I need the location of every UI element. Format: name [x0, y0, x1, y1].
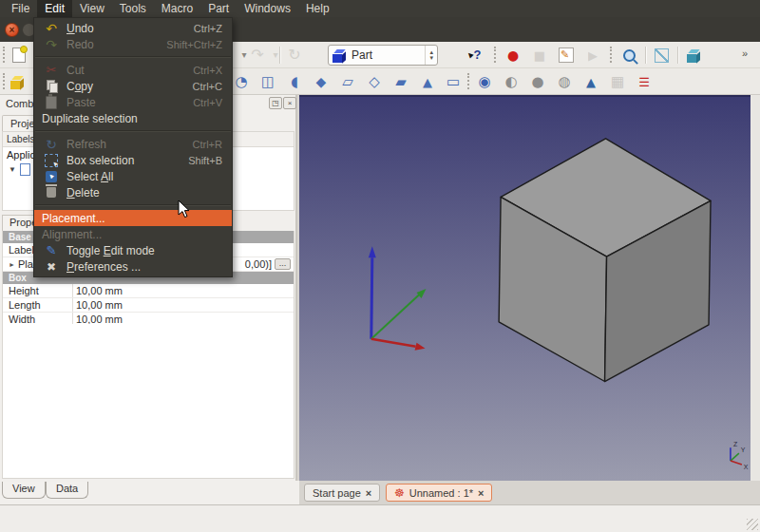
- boolean-intersection-button[interactable]: ◍: [555, 68, 574, 95]
- toolbar-grip[interactable]: [610, 47, 616, 63]
- menu-item-label: Alignment...: [42, 228, 102, 241]
- workbench-selector-value: Part: [352, 48, 372, 62]
- tab-close-icon[interactable]: ×: [478, 487, 484, 499]
- menu-item-redo: ↷RedoShift+Ctrl+Z: [34, 36, 232, 52]
- statusbar: 30.29 x 25.84 mm: [0, 504, 760, 532]
- loft-button[interactable]: ◇: [365, 68, 384, 95]
- menu-item-label: Select All: [66, 170, 113, 183]
- sweep-button[interactable]: ▰: [391, 68, 410, 95]
- boolean-union-button[interactable]: ●: [528, 68, 547, 95]
- macro-edit-button[interactable]: [557, 42, 576, 68]
- expander-icon[interactable]: ►: [9, 258, 15, 271]
- menu-item-preferences[interactable]: ✖Preferences ...: [34, 258, 232, 275]
- property-value[interactable]: 10,00 mm: [73, 284, 294, 297]
- cross-sections-icon: ☰: [638, 76, 650, 88]
- box-solid[interactable]: [499, 139, 711, 382]
- origin-axis-indicator: [369, 246, 427, 350]
- tab-view[interactable]: View: [2, 482, 46, 499]
- fit-all-button[interactable]: [619, 42, 638, 68]
- menu-item-undo[interactable]: ↶UndoCtrl+Z: [34, 20, 232, 36]
- cross-sections-button[interactable]: ☰: [635, 68, 654, 95]
- chamfer-button[interactable]: ◆: [312, 68, 331, 95]
- new-document-button[interactable]: [10, 42, 28, 68]
- macro-record-button[interactable]: ●: [504, 42, 522, 68]
- axonometric-button[interactable]: [684, 42, 703, 68]
- menu-icon-slot: [42, 96, 61, 109]
- edit-mode-icon: ✎: [47, 244, 57, 256]
- menubar-item-part[interactable]: Part: [200, 0, 237, 17]
- fillet-button[interactable]: ◖: [285, 68, 304, 95]
- workbench-selector[interactable]: Part ▴▾: [328, 45, 438, 66]
- menu-item-cut: ✂CutCtrl+X: [34, 62, 232, 78]
- menu-item-toggle-edit-mode[interactable]: ✎Toggle Edit mode: [34, 242, 232, 258]
- macro-edit-icon: [559, 48, 574, 63]
- draw-style-button[interactable]: [652, 42, 671, 68]
- boolean-union-icon: ●: [531, 75, 543, 89]
- menubar-item-file[interactable]: File: [4, 0, 37, 17]
- menu-item-shortcut: Ctrl+R: [193, 139, 222, 150]
- panel-close-button[interactable]: ×: [283, 97, 296, 109]
- offset-icon: ▲: [423, 76, 432, 88]
- mirror-button[interactable]: ◫: [258, 68, 277, 95]
- toolbar-separator: [645, 47, 647, 64]
- tree-expander-icon[interactable]: ▼: [9, 165, 16, 174]
- workbench-selector-spinner[interactable]: ▴▾: [425, 46, 433, 65]
- toolbar-grip[interactable]: [467, 73, 473, 89]
- fillet-icon: ◖: [291, 75, 298, 89]
- ruled-surface-button[interactable]: ▱: [338, 68, 357, 95]
- menu-separator: [35, 56, 231, 58]
- menu-icon-slot: [42, 154, 61, 167]
- macro-stop-icon: ■: [534, 49, 545, 62]
- svg-text:Z: Z: [733, 441, 738, 447]
- menubar-item-help[interactable]: Help: [298, 0, 337, 17]
- property-name: Height: [3, 284, 73, 297]
- menu-separator: [35, 130, 231, 132]
- window-close-button[interactable]: ×: [5, 23, 19, 37]
- freecad-window: FileEditViewToolsMacroPartWindowsHelp × …: [0, 0, 760, 532]
- tab-close-icon[interactable]: ×: [366, 487, 371, 499]
- menu-item-delete[interactable]: Delete: [34, 184, 232, 200]
- boolean-cut-button[interactable]: ◐: [502, 68, 521, 95]
- menubar-item-view[interactable]: View: [72, 0, 112, 17]
- menu-item-shortcut: Ctrl+X: [193, 65, 222, 76]
- viewport-3d[interactable]: Z Y X: [299, 95, 750, 481]
- tab-data[interactable]: Data: [46, 482, 88, 499]
- property-row-height: Height10,00 mm: [3, 284, 294, 298]
- toolbar-grip[interactable]: [3, 47, 9, 63]
- menubar-item-windows[interactable]: Windows: [237, 0, 298, 17]
- menu-icon-slot: ✂: [42, 64, 61, 76]
- document-tab-start-page[interactable]: Start page×: [304, 484, 380, 502]
- check-geometry-button[interactable]: ▲: [581, 68, 600, 95]
- box-primitive-button[interactable]: [8, 68, 27, 95]
- mini-axis-indicator: Z Y X: [731, 441, 749, 470]
- thickness-button[interactable]: ▭: [444, 68, 463, 95]
- revolve-button[interactable]: ◔: [232, 68, 251, 95]
- menu-item-duplicate-selection[interactable]: Duplicate selection: [34, 110, 232, 126]
- macro-stop-button: ■: [530, 42, 549, 68]
- boolean-button[interactable]: ◉: [475, 68, 494, 95]
- menu-item-box-selection[interactable]: Box selectionShift+B: [34, 152, 232, 168]
- macro-play-icon: ▶: [588, 49, 598, 62]
- toolbar-grip[interactable]: [494, 47, 500, 63]
- menu-item-copy[interactable]: CopyCtrl+C: [34, 78, 232, 94]
- svg-text:Y: Y: [741, 446, 746, 453]
- resize-grip[interactable]: [747, 519, 758, 530]
- property-value[interactable]: 10,00 mm: [73, 298, 294, 312]
- redo-toolbar-icon: ↷: [251, 48, 263, 63]
- placement-edit-button[interactable]: ...: [275, 258, 291, 270]
- menu-item-select-all[interactable]: Select All: [34, 168, 232, 184]
- menu-icon-slot: ✖: [42, 261, 61, 273]
- document-tab-unnamed-1[interactable]: ☸Unnamed : 1*×: [386, 484, 492, 502]
- menubar-item-tools[interactable]: Tools: [112, 0, 154, 17]
- menubar-item-edit[interactable]: Edit: [37, 0, 72, 17]
- toolbar-overflow-chevron[interactable]: »: [742, 48, 748, 59]
- offset-button[interactable]: ▲: [418, 68, 437, 95]
- menu-item-paste: PasteCtrl+V: [34, 94, 232, 110]
- menu-icon-slot: ↶: [42, 22, 61, 35]
- menubar-item-macro[interactable]: Macro: [154, 0, 200, 17]
- whatsthis-button[interactable]: [464, 42, 483, 68]
- menu-item-placement[interactable]: Placement...: [34, 210, 232, 226]
- paste-icon: [46, 96, 57, 109]
- select-all-icon: [46, 171, 57, 182]
- panel-float-button[interactable]: ◳: [269, 97, 282, 109]
